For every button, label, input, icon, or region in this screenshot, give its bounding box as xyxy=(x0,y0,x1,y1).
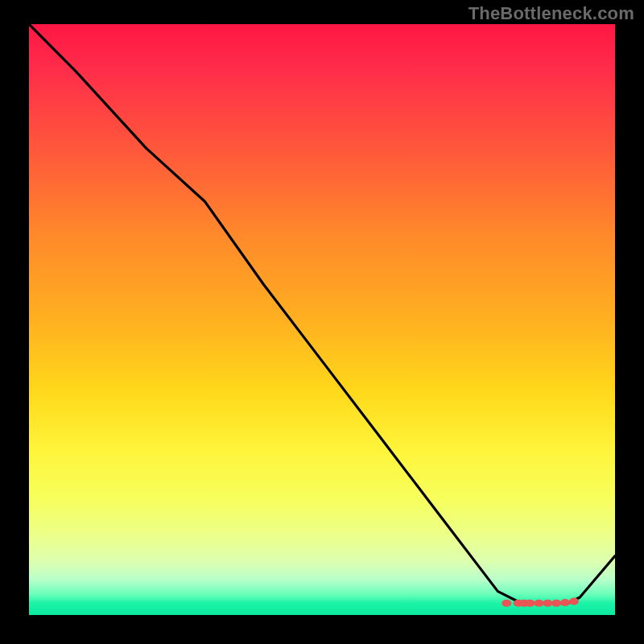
chart-container: TheBottleneck.com xyxy=(0,0,644,644)
background-gradient xyxy=(29,24,615,615)
plot-area xyxy=(29,24,615,615)
watermark-text: TheBottleneck.com xyxy=(469,3,634,24)
